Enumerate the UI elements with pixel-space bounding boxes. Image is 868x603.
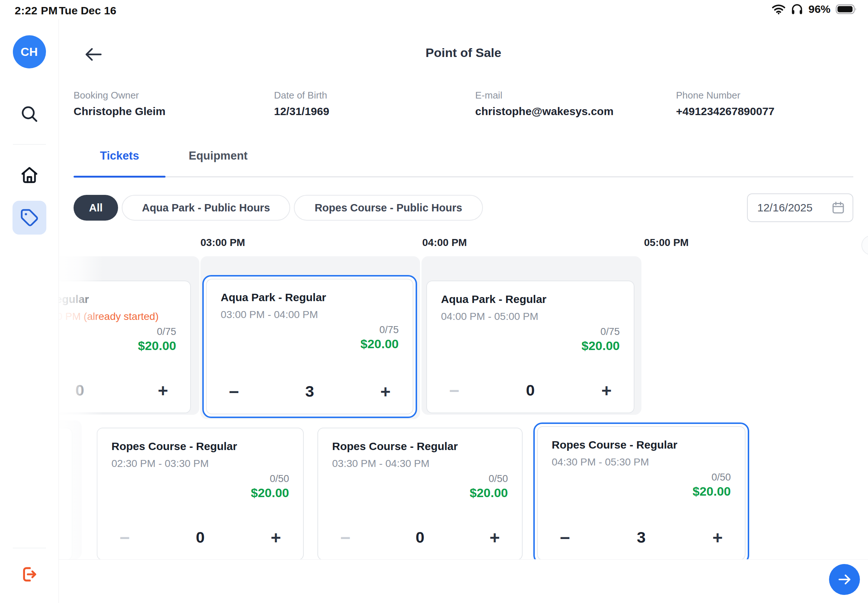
sidebar-item-tickets[interactable] [12,201,46,235]
ticket-time: 03:30 PM - 04:30 PM [332,458,430,470]
filter-chip-all[interactable]: All [74,195,118,221]
sidebar-item-search[interactable] [19,103,40,125]
ticket-price: $20.00 [251,486,289,500]
booking-owner-label: Booking Owner [74,90,139,101]
plus-button[interactable]: + [265,527,287,549]
ticket-price: $20.00 [138,339,176,353]
time-column-0400: 04:00 PM [422,237,467,249]
sidebar-divider-top [13,144,46,144]
email-label: E-mail [475,90,503,101]
plus-button[interactable]: + [596,379,617,402]
plus-button[interactable]: + [707,527,729,549]
page-title: Point of Sale [59,46,868,60]
plus-button[interactable]: + [484,527,506,549]
clock-date: Tue Dec 16 [59,5,116,17]
ticket-time: 03:00 PM - 04:00 PM [221,309,318,321]
calendar-icon [831,201,845,215]
sidebar-item-logout[interactable] [18,563,41,586]
filter-chip-ropes-course[interactable]: Ropes Course - Public Hours [294,195,483,221]
ticket-capacity: 0/75 [157,326,176,337]
avatar[interactable]: CH [13,35,46,68]
wifi-icon [772,4,786,15]
ticket-card-ropes-0230[interactable]: Ropes Course - Regular02:30 PM - 03:30 P… [97,428,304,560]
ticket-price: $20.00 [470,486,508,500]
clock-time: 2:22 PM [15,5,58,17]
tag-icon [20,208,39,227]
phone-label: Phone Number [676,90,740,101]
tab-equipment[interactable]: Equipment [189,149,248,162]
tab-tickets[interactable]: Tickets [74,149,166,162]
email-value: christophe@wakesys.com [475,105,613,118]
ticket-time: 04:00 PM - 05:00 PM [441,311,538,322]
sidebar-divider-bottom [13,548,46,548]
dob-value: 12/31/1969 [274,105,329,118]
sidebar-item-home[interactable] [18,163,41,187]
logout-icon [20,564,39,584]
ticket-capacity: 0/75 [600,326,620,337]
ticket-card-ropes-0430[interactable]: Ropes Course - Regular04:30 PM - 05:30 P… [533,422,749,564]
ticket-card-aqua-0300[interactable]: Aqua Park - Regular03:00 PM - 04:00 PM0/… [202,275,417,418]
ticket-title: Aqua Park - Regular [441,293,546,306]
sidebar: CH [0,19,59,603]
date-picker[interactable]: 12/16/2025 [747,193,853,222]
ticket-card-body: Ropes Course - Regular04:30 PM - 05:30 P… [537,426,746,560]
booking-owner-value: Christophe Gleim [74,105,166,118]
avatar-initials: CH [21,45,38,59]
ticket-title: Aqua Park - Regular [221,291,326,304]
phone-value: +491234267890077 [676,105,775,118]
plus-button[interactable]: + [374,380,396,403]
ticket-card-aqua-0400[interactable]: Aqua Park - Regular04:00 PM - 05:00 PM0/… [426,281,634,413]
ticket-card-body: Ropes Course - Regular02:30 PM - 03:30 P… [97,428,304,560]
ticket-card-body: Ropes Course - Regular03:30 PM - 04:30 P… [317,428,523,560]
home-icon [20,165,39,185]
ticket-title: Ropes Course - Regular [332,440,458,453]
headphones-icon [791,3,803,15]
ticket-capacity: 0/75 [379,324,399,336]
ticket-price: $20.00 [361,337,399,351]
ticket-price: $20.00 [693,484,731,499]
date-picker-value: 12/16/2025 [757,201,831,214]
ticket-title: Ropes Course - Regular [111,440,237,453]
plus-button[interactable]: + [152,379,174,402]
active-tab-indicator [74,176,166,178]
ticket-capacity: 0/50 [269,473,289,485]
ticket-card-body: Aqua Park - Regular03:00 PM - 04:00 PM0/… [206,279,413,414]
time-column-0500: 05:00 PM [644,237,689,249]
arrow-right-icon [837,572,852,587]
battery-percent: 96% [808,3,831,15]
bottom-bar [59,559,868,603]
search-icon [20,104,39,124]
ticket-title: Ropes Course - Regular [552,439,678,451]
time-column-0300: 03:00 PM [200,237,245,249]
filter-chip-aqua-park[interactable]: Aqua Park - Public Hours [122,195,290,221]
scroll-next-button[interactable] [861,235,868,255]
ticket-capacity: 0/50 [711,472,731,483]
battery-icon [836,4,858,15]
ticket-card-ropes-0330[interactable]: Ropes Course - Regular03:30 PM - 04:30 P… [317,428,523,560]
tabs-baseline [74,176,853,177]
next-button[interactable] [829,564,860,595]
dob-label: Date of Birth [274,90,327,101]
ticket-time: 04:30 PM - 05:30 PM [552,456,649,468]
ticket-price: $20.00 [582,339,620,353]
ticket-capacity: 0/50 [489,473,508,485]
ticket-time: 02:30 PM - 03:30 PM [111,458,209,470]
status-bar: 2:22 PM Tue Dec 16 96% [0,0,868,19]
ticket-card-body: Aqua Park - Regular04:00 PM - 05:00 PM0/… [426,281,634,413]
